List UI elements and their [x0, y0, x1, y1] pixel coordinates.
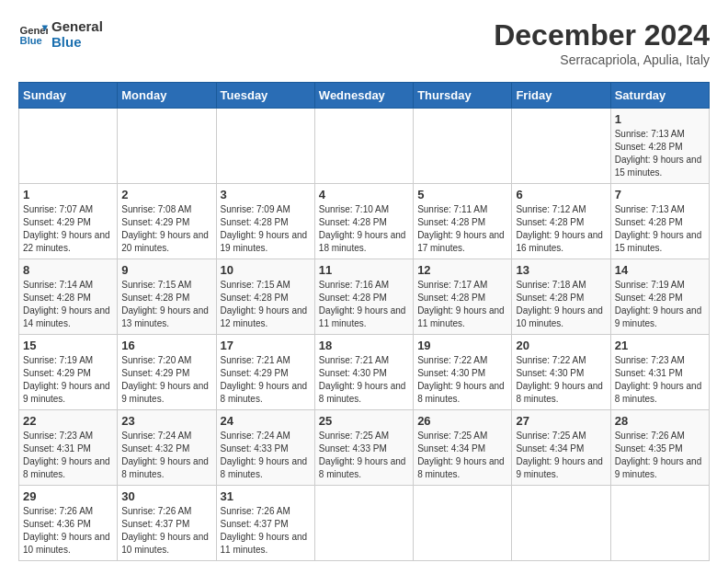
calendar-cell: [216, 109, 314, 184]
calendar-cell: [512, 109, 610, 184]
calendar-cell: [512, 486, 610, 561]
calendar-cell: 5Sunrise: 7:11 AMSunset: 4:28 PMDaylight…: [414, 184, 512, 259]
calendar-cell: [414, 109, 512, 184]
calendar-cell: 27Sunrise: 7:25 AMSunset: 4:34 PMDayligh…: [512, 410, 610, 486]
header-day-wednesday: Wednesday: [314, 83, 413, 109]
day-info: Sunrise: 7:18 AMSunset: 4:28 PMDaylight:…: [516, 279, 606, 330]
day-number: 7: [615, 188, 705, 201]
calendar-cell: [19, 109, 118, 184]
logo-text-line2: Blue: [51, 34, 103, 50]
day-info: Sunrise: 7:13 AMSunset: 4:28 PMDaylight:…: [615, 203, 705, 255]
calendar-cell: 18Sunrise: 7:21 AMSunset: 4:30 PMDayligh…: [314, 335, 413, 410]
day-info: Sunrise: 7:25 AMSunset: 4:34 PMDaylight:…: [417, 430, 507, 481]
calendar-cell: 4Sunrise: 7:10 AMSunset: 4:28 PMDaylight…: [314, 184, 413, 259]
day-number: 22: [23, 414, 113, 428]
day-number: 11: [319, 263, 409, 277]
calendar-cell: 1Sunrise: 7:13 AMSunset: 4:28 PMDaylight…: [610, 109, 709, 184]
calendar-week-2: 1Sunrise: 7:07 AMSunset: 4:29 PMDaylight…: [19, 184, 710, 259]
day-number: 19: [417, 339, 507, 352]
day-number: 9: [121, 263, 211, 277]
calendar-cell: 23Sunrise: 7:24 AMSunset: 4:32 PMDayligh…: [118, 410, 216, 486]
day-number: 20: [516, 339, 606, 352]
calendar-cell: 30Sunrise: 7:26 AMSunset: 4:37 PMDayligh…: [118, 486, 216, 561]
day-info: Sunrise: 7:08 AMSunset: 4:29 PMDaylight:…: [121, 203, 211, 255]
day-info: Sunrise: 7:15 AMSunset: 4:28 PMDaylight:…: [221, 279, 311, 330]
calendar-cell: 11Sunrise: 7:16 AMSunset: 4:28 PMDayligh…: [314, 259, 413, 335]
logo: General Blue General Blue: [18, 18, 103, 50]
calendar-table: SundayMondayTuesdayWednesdayThursdayFrid…: [18, 82, 710, 561]
day-info: Sunrise: 7:26 AMSunset: 4:37 PMDaylight:…: [121, 505, 211, 557]
calendar-cell: [314, 109, 413, 184]
calendar-cell: 16Sunrise: 7:20 AMSunset: 4:29 PMDayligh…: [118, 335, 216, 410]
day-number: 28: [615, 414, 705, 428]
calendar-week-3: 8Sunrise: 7:14 AMSunset: 4:28 PMDaylight…: [19, 259, 710, 335]
day-info: Sunrise: 7:21 AMSunset: 4:29 PMDaylight:…: [221, 354, 311, 406]
header-day-friday: Friday: [512, 83, 610, 109]
calendar-cell: 19Sunrise: 7:22 AMSunset: 4:30 PMDayligh…: [414, 335, 512, 410]
calendar-cell: 6Sunrise: 7:12 AMSunset: 4:28 PMDaylight…: [512, 184, 610, 259]
calendar-cell: 25Sunrise: 7:25 AMSunset: 4:33 PMDayligh…: [314, 410, 413, 486]
calendar-cell: 24Sunrise: 7:24 AMSunset: 4:33 PMDayligh…: [216, 410, 314, 486]
calendar-cell: 31Sunrise: 7:26 AMSunset: 4:37 PMDayligh…: [216, 486, 314, 561]
logo-icon: General Blue: [18, 19, 48, 49]
title-block: December 2024 Serracapriola, Apulia, Ita…: [494, 18, 710, 67]
header-day-tuesday: Tuesday: [216, 83, 314, 109]
day-info: Sunrise: 7:20 AMSunset: 4:29 PMDaylight:…: [121, 354, 211, 406]
calendar-cell: 22Sunrise: 7:23 AMSunset: 4:31 PMDayligh…: [19, 410, 118, 486]
calendar-cell: 15Sunrise: 7:19 AMSunset: 4:29 PMDayligh…: [19, 335, 118, 410]
header-day-monday: Monday: [118, 83, 216, 109]
day-info: Sunrise: 7:12 AMSunset: 4:28 PMDaylight:…: [516, 203, 606, 255]
calendar-cell: 10Sunrise: 7:15 AMSunset: 4:28 PMDayligh…: [216, 259, 314, 335]
day-info: Sunrise: 7:23 AMSunset: 4:31 PMDaylight:…: [23, 430, 113, 481]
calendar-cell: 14Sunrise: 7:19 AMSunset: 4:28 PMDayligh…: [610, 259, 709, 335]
calendar-cell: 17Sunrise: 7:21 AMSunset: 4:29 PMDayligh…: [216, 335, 314, 410]
day-number: 25: [319, 414, 409, 428]
day-number: 16: [121, 339, 211, 352]
location: Serracapriola, Apulia, Italy: [494, 52, 710, 67]
calendar-cell: 21Sunrise: 7:23 AMSunset: 4:31 PMDayligh…: [610, 335, 709, 410]
day-info: Sunrise: 7:19 AMSunset: 4:29 PMDaylight:…: [23, 354, 113, 406]
logo-text-line1: General: [51, 18, 103, 34]
day-number: 27: [516, 414, 606, 428]
day-info: Sunrise: 7:25 AMSunset: 4:34 PMDaylight:…: [516, 430, 606, 481]
day-number: 13: [516, 263, 606, 277]
day-info: Sunrise: 7:24 AMSunset: 4:33 PMDaylight:…: [221, 430, 311, 481]
calendar-week-5: 22Sunrise: 7:23 AMSunset: 4:31 PMDayligh…: [19, 410, 710, 486]
calendar-week-4: 15Sunrise: 7:19 AMSunset: 4:29 PMDayligh…: [19, 335, 710, 410]
page-header: General Blue General Blue December 2024 …: [18, 18, 710, 67]
day-number: 26: [417, 414, 507, 428]
day-info: Sunrise: 7:24 AMSunset: 4:32 PMDaylight:…: [121, 430, 211, 481]
day-info: Sunrise: 7:22 AMSunset: 4:30 PMDaylight:…: [516, 354, 606, 406]
day-number: 24: [221, 414, 311, 428]
day-number: 1: [23, 188, 113, 201]
day-number: 3: [221, 188, 311, 201]
day-number: 17: [221, 339, 311, 352]
calendar-cell: 7Sunrise: 7:13 AMSunset: 4:28 PMDaylight…: [610, 184, 709, 259]
calendar-cell: 2Sunrise: 7:08 AMSunset: 4:29 PMDaylight…: [118, 184, 216, 259]
calendar-cell: 26Sunrise: 7:25 AMSunset: 4:34 PMDayligh…: [414, 410, 512, 486]
day-info: Sunrise: 7:16 AMSunset: 4:28 PMDaylight:…: [319, 279, 409, 330]
day-info: Sunrise: 7:13 AMSunset: 4:28 PMDaylight:…: [615, 128, 705, 179]
day-number: 8: [23, 263, 113, 277]
calendar-cell: 3Sunrise: 7:09 AMSunset: 4:28 PMDaylight…: [216, 184, 314, 259]
day-number: 6: [516, 188, 606, 201]
day-number: 1: [615, 112, 705, 126]
calendar-cell: 29Sunrise: 7:26 AMSunset: 4:36 PMDayligh…: [19, 486, 118, 561]
calendar-cell: 20Sunrise: 7:22 AMSunset: 4:30 PMDayligh…: [512, 335, 610, 410]
day-number: 12: [417, 263, 507, 277]
day-number: 10: [221, 263, 311, 277]
day-number: 21: [615, 339, 705, 352]
calendar-cell: 12Sunrise: 7:17 AMSunset: 4:28 PMDayligh…: [414, 259, 512, 335]
calendar-cell: [414, 486, 512, 561]
day-info: Sunrise: 7:26 AMSunset: 4:36 PMDaylight:…: [23, 505, 113, 557]
calendar-cell: 28Sunrise: 7:26 AMSunset: 4:35 PMDayligh…: [610, 410, 709, 486]
calendar-cell: [610, 486, 709, 561]
svg-text:Blue: Blue: [20, 35, 42, 46]
calendar-cell: [118, 109, 216, 184]
day-info: Sunrise: 7:10 AMSunset: 4:28 PMDaylight:…: [319, 203, 409, 255]
calendar-body: 1Sunrise: 7:13 AMSunset: 4:28 PMDaylight…: [19, 109, 710, 561]
day-info: Sunrise: 7:23 AMSunset: 4:31 PMDaylight:…: [615, 354, 705, 406]
day-number: 4: [319, 188, 409, 201]
day-number: 5: [417, 188, 507, 201]
day-info: Sunrise: 7:25 AMSunset: 4:33 PMDaylight:…: [319, 430, 409, 481]
